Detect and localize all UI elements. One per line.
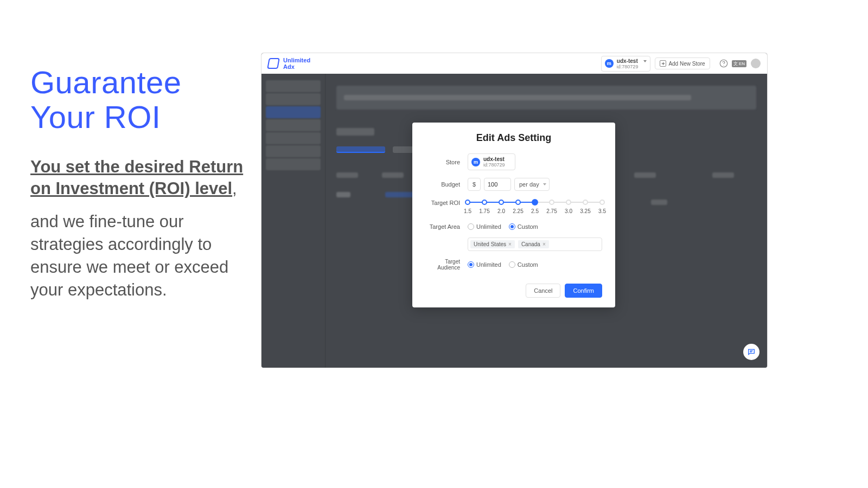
- roi-stop[interactable]: [482, 200, 487, 205]
- radio-audience-unlimited-label: Unlimited: [476, 261, 501, 268]
- radio-area-unlimited[interactable]: [468, 223, 474, 230]
- roi-stop[interactable]: [532, 199, 538, 206]
- marketing-title: Guarantee Your ROI: [30, 65, 247, 134]
- row-budget: Budget $ per day: [425, 178, 602, 191]
- modal-store-id: id:780729: [483, 162, 505, 168]
- label-budget: Budget: [425, 181, 460, 188]
- row-store: Store m udx-test id:780729: [425, 153, 602, 170]
- area-tag-label: United States: [474, 241, 506, 247]
- store-selector[interactable]: m udx-test id:780729: [601, 56, 651, 72]
- notice-banner-dimmed: [336, 86, 756, 110]
- marketing-panel: Guarantee Your ROI You set the desired R…: [30, 65, 247, 301]
- label-target-area: Target Area: [425, 223, 460, 230]
- plus-icon: +: [660, 60, 666, 67]
- roi-step-label: 3.25: [580, 208, 590, 214]
- target-area-tags-input[interactable]: United States×Canada×: [468, 237, 602, 251]
- sidebar-dimmed: [261, 74, 326, 368]
- modal-title: Edit Ads Setting: [425, 132, 602, 144]
- marketing-body: and we fine-tune our strategies accordin…: [30, 210, 247, 301]
- roi-stop[interactable]: [515, 200, 521, 205]
- radio-area-unlimited-label: Unlimited: [476, 223, 501, 230]
- label-target-roi: Target ROI: [425, 200, 460, 206]
- roi-step-label: 2.0: [497, 208, 505, 214]
- area-tag: Canada×: [518, 240, 549, 248]
- chat-fab[interactable]: [743, 344, 760, 360]
- marketing-sub-tail: ,: [232, 179, 237, 198]
- app-screenshot: Unlimited Adx m udx-test id:780729 + Add…: [261, 53, 767, 368]
- radio-audience-unlimited[interactable]: [468, 261, 474, 268]
- store-name: udx-test: [617, 58, 639, 64]
- row-target-audience: Target Audience Unlimited Custom: [425, 259, 602, 271]
- add-store-button[interactable]: + Add New Store: [655, 57, 710, 69]
- roi-stop[interactable]: [499, 200, 504, 205]
- store-id: id:780729: [617, 64, 639, 69]
- radio-area-custom-label: Custom: [518, 223, 538, 230]
- add-store-label: Add New Store: [668, 61, 705, 67]
- chat-icon: [747, 348, 756, 356]
- marketing-sub-underlined: You set the desired Return on Investment…: [30, 157, 243, 198]
- radio-audience-custom-label: Custom: [518, 261, 538, 268]
- section-heading-dimmed: [336, 128, 374, 136]
- label-store: Store: [425, 159, 460, 165]
- roi-step-label: 2.5: [531, 208, 539, 214]
- roi-step-label: 3.0: [565, 208, 572, 214]
- budget-amount-input[interactable]: [484, 178, 511, 191]
- budget-currency: $: [468, 178, 481, 191]
- svg-point-1: [723, 65, 724, 66]
- store-display: m udx-test id:780729: [468, 153, 515, 170]
- confirm-button[interactable]: Confirm: [565, 284, 602, 298]
- radio-audience-custom[interactable]: [509, 261, 515, 268]
- row-target-area-tags: United States×Canada×: [425, 237, 602, 251]
- area-tag: United States×: [470, 240, 515, 248]
- roi-step-label: 2.75: [546, 208, 557, 214]
- roi-step-label: 1.75: [479, 208, 489, 214]
- roi-step-label: 1.5: [464, 208, 471, 214]
- label-target-audience: Target Audience: [425, 259, 460, 271]
- cancel-button[interactable]: Cancel: [526, 284, 560, 298]
- modal-store-name: udx-test: [483, 156, 505, 162]
- remove-tag-icon[interactable]: ×: [542, 241, 546, 247]
- radio-area-custom[interactable]: [509, 223, 515, 230]
- remove-tag-icon[interactable]: ×: [508, 241, 512, 247]
- modal-button-row: Cancel Confirm: [425, 284, 602, 298]
- app-topbar: Unlimited Adx m udx-test id:780729 + Add…: [261, 53, 767, 74]
- roi-stop[interactable]: [549, 200, 554, 205]
- roi-stop[interactable]: [583, 200, 588, 205]
- user-avatar[interactable]: [751, 59, 761, 68]
- chevron-down-icon: [643, 60, 647, 62]
- translate-icon[interactable]: 文 EN: [732, 60, 746, 67]
- budget-period-select[interactable]: per day: [514, 178, 550, 191]
- edit-ads-modal: Edit Ads Setting Store m udx-test id:780…: [412, 123, 615, 307]
- roi-step-label: 2.25: [513, 208, 523, 214]
- area-tag-label: Canada: [521, 241, 540, 247]
- row-target-area: Target Area Unlimited Custom: [425, 223, 602, 230]
- brand-name: Unlimited Adx: [283, 57, 310, 70]
- marketing-subheading: You set the desired Return on Investment…: [30, 156, 247, 200]
- roi-step-label: 3.5: [598, 208, 606, 214]
- help-icon[interactable]: [719, 59, 729, 68]
- roi-slider[interactable]: 1.51.752.02.252.52.753.03.253.5: [468, 198, 602, 216]
- roi-stop[interactable]: [465, 200, 470, 205]
- brand-logo-icon: [267, 58, 280, 69]
- store-badge-icon: m: [471, 158, 480, 166]
- store-badge-icon: m: [605, 59, 614, 68]
- roi-stop[interactable]: [599, 200, 605, 205]
- row-target-roi: Target ROI 1.51.752.02.252.52.753.03.253…: [425, 198, 602, 216]
- roi-stop[interactable]: [566, 200, 571, 205]
